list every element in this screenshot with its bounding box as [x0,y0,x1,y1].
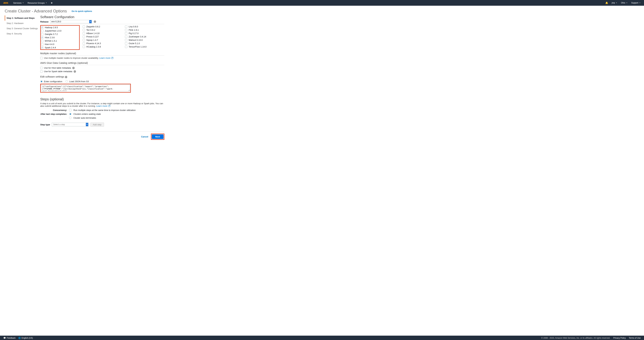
step-security[interactable]: Step 4: Security [5,31,40,36]
software-item: HCatalog 2.3.6 [83,45,122,48]
terms-link[interactable]: Terms of Use [629,337,641,339]
step-type-value: Select a step [53,123,65,126]
software-label: HBase 1.4.10 [86,32,100,35]
external-link-icon [108,105,110,107]
services-menu[interactable]: Services ▼ [13,2,24,4]
software-item: Presto 0.227 [83,35,122,38]
checkbox-hcatalog[interactable] [83,46,85,48]
checkbox-hadoop[interactable] [41,26,44,29]
checkbox-hive[interactable] [41,37,44,39]
checkbox-zookeeper[interactable] [125,36,127,38]
software-label: TensorFlow 1.14.0 [129,46,146,48]
glue-spark-row: Use for Spark table metadata i [40,70,164,73]
software-col-2: Zeppelin 0.8.2 Tez 0.9.2 HBase 1.4.10 Pr… [83,25,122,50]
checkbox-tensorflow[interactable] [125,46,127,48]
steps-learn-more-link[interactable]: Learn more [96,105,107,107]
resource-groups-menu[interactable]: Resource Groups ▼ [28,2,47,4]
support-menu[interactable]: Support ▼ [631,2,641,4]
software-label: Hive 2.3.6 [45,36,55,39]
radio-enter-config[interactable] [40,80,42,83]
software-label: Hadoop 2.8.5 [45,26,58,29]
checkbox-multiple-master[interactable] [40,57,42,59]
checkbox-tez[interactable] [83,29,85,31]
radio-waiting-state[interactable] [69,113,72,115]
release-label: Release [40,21,48,23]
step-hardware[interactable]: Step 2: Hardware [5,21,40,26]
resource-groups-label: Resource Groups [28,2,45,4]
checkbox-hue[interactable] [41,43,44,46]
software-label: Flink 1.9.1 [129,29,139,31]
software-col-1: Hadoop 2.8.5 JupyterHub 1.0.0 Ganglia 3.… [41,26,79,49]
caret-down-icon: ▼ [46,2,47,4]
aws-logo-text: aws [3,1,8,4]
steps-heading: Steps (optional) [40,97,164,101]
topbar-left: Services ▼ Resource Groups ▼ ★ [13,2,53,4]
software-item: Spark 2.4.4 [41,46,79,49]
multiple-master-text: Use multiple master nodes to improve clu… [44,57,113,59]
next-button[interactable]: Next [152,134,164,139]
add-step-button[interactable]: Add step [90,123,104,127]
radio-load-json[interactable] [66,80,68,83]
config-source-row: Enter configuration Load JSON from S3 [40,80,164,83]
account-menu[interactable]: jmp ▼ [612,2,617,4]
step-type-select[interactable]: Select a step ⇅ [52,123,89,126]
checkbox-livy[interactable] [125,26,127,28]
checkbox-sqoop[interactable] [83,39,85,41]
config-textarea[interactable] [41,85,130,91]
checkbox-spark[interactable] [41,47,44,49]
checkbox-glue-hive[interactable] [40,67,42,69]
checkbox-ganglia[interactable] [41,33,44,36]
aws-logo[interactable]: aws [3,1,8,4]
quick-options-link[interactable]: Go to quick options [72,10,92,13]
software-item: Hue 4.4.0 [41,43,79,46]
checkbox-concurrency[interactable] [69,109,72,111]
info-icon[interactable]: i [65,76,67,78]
region-menu[interactable]: Ohio ▼ [621,2,628,4]
topbar-right: 🔔 jmp ▼ Ohio ▼ Support ▼ [605,2,641,4]
privacy-link[interactable]: Privacy Policy [613,337,626,339]
concurrency-text: Run multiple steps at the same time to i… [74,109,136,111]
checkbox-oozie[interactable] [125,42,127,45]
page-header: Create Cluster - Advanced Options Go to … [0,6,644,15]
step-general[interactable]: Step 3: General Cluster Settings [5,26,40,31]
checkbox-phoenix[interactable] [83,42,85,45]
checkbox-zeppelin[interactable] [83,26,85,28]
software-label: Phoenix 4.14.3 [86,42,101,45]
notifications-icon[interactable]: 🔔 [605,2,608,4]
release-select[interactable]: emr-5.29.0 ⇅ [50,20,92,23]
step-type-row: Step type Select a step ⇅ Add step [40,123,164,127]
topbar: aws Services ▼ Resource Groups ▼ ★ 🔔 jmp… [0,0,644,6]
checkbox-hbase[interactable] [83,32,85,35]
cancel-button[interactable]: Cancel [141,135,148,138]
load-json-label: Load JSON from S3 [69,80,89,83]
glue-spark-label: Use for Spark table metadata [44,70,72,73]
after-last-row-terminate: Cluster auto-terminates [40,117,164,119]
step-software[interactable]: Step 1: Software and Steps [5,16,40,21]
release-value: emr-5.29.0 [51,21,61,23]
checkbox-mahout[interactable] [125,39,127,41]
checkbox-jupyterhub[interactable] [41,30,44,32]
concurrency-label: Concurrency: [40,109,67,111]
pin-icon[interactable]: ★ [51,2,53,4]
radio-auto-terminate[interactable] [69,117,72,119]
layout: Step 1: Software and Steps Step 2: Hardw… [0,15,644,143]
concurrency-row: Concurrency: Run multiple steps at the s… [40,109,164,111]
checkbox-presto[interactable] [83,36,85,38]
checkbox-pig[interactable] [125,32,127,35]
learn-more-link[interactable]: Learn more [99,57,110,59]
language-select[interactable]: 🌐 English (US) [18,337,33,339]
software-item: JupyterHub 1.0.0 [41,29,79,32]
info-icon[interactable]: i [72,67,75,69]
footer-actions: Cancel Next [40,134,164,143]
feedback-link[interactable]: 💬 Feedback [3,337,16,339]
highlight-next-button: Next [151,134,164,140]
software-grid: Hadoop 2.8.5 JupyterHub 1.0.0 Ganglia 3.… [40,25,164,50]
software-item: Hadoop 2.8.5 [41,26,79,29]
checkbox-flink[interactable] [125,29,127,31]
info-icon[interactable]: i [74,70,76,73]
external-link-icon [111,57,113,59]
software-item: ZooKeeper 3.4.14 [125,35,164,38]
info-icon[interactable]: i [94,21,96,23]
checkbox-glue-spark[interactable] [40,70,42,73]
checkbox-mxnet[interactable] [41,40,44,42]
